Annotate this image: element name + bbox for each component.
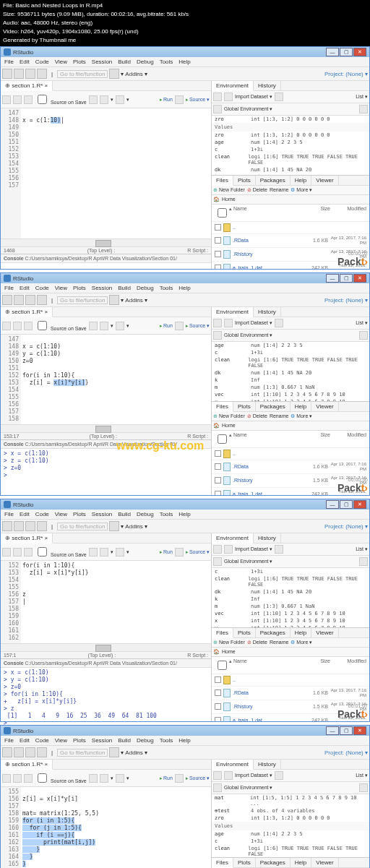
menu-debug[interactable]: Debug (134, 284, 156, 292)
menu-plots[interactable]: Plots (71, 58, 88, 66)
minimize-button[interactable]: — (326, 500, 339, 509)
new-icon[interactable] (2, 69, 12, 79)
select-all-checkbox[interactable] (218, 434, 227, 444)
checkbox[interactable] (215, 450, 221, 457)
env-row[interactable]: c1+3i (212, 568, 369, 575)
book-icon[interactable] (116, 548, 124, 557)
select-all-checkbox[interactable] (218, 208, 227, 218)
file-row[interactable]: .RData1.6 KBApr 13, 2017, 7:16 PM (212, 460, 369, 474)
menu-edit[interactable]: Edit (17, 510, 32, 518)
code-editor[interactable]: 152 153 154 155 156 157 158 159 160 161 … (1, 561, 211, 643)
run-button[interactable]: Run (160, 549, 173, 555)
more-menu[interactable]: ⚙ More ▾ (291, 187, 312, 193)
scope-indicator[interactable]: (Top Level) : (88, 653, 116, 658)
rerun-icon[interactable] (175, 322, 184, 330)
search-icon[interactable] (359, 557, 368, 566)
save-icon[interactable] (25, 69, 35, 79)
run-button[interactable]: Run (160, 97, 173, 103)
print-icon[interactable] (37, 521, 47, 531)
scroll-thumb[interactable] (95, 426, 111, 433)
wand-icon[interactable] (100, 95, 108, 104)
maximize-button[interactable]: ▢ (340, 48, 353, 56)
project-menu[interactable]: Project: (None) ▾ (324, 297, 368, 304)
menu-help[interactable]: Help (176, 736, 192, 744)
title-bar[interactable]: RStudio — ▢ ✕ (1, 47, 369, 57)
checkbox[interactable] (215, 237, 221, 244)
tab-environment[interactable]: Environment (212, 81, 254, 91)
fwd-icon[interactable] (13, 322, 22, 330)
menu-file[interactable]: File (2, 58, 16, 66)
import-dataset-menu[interactable]: Import Dataset ▾ (235, 546, 272, 552)
home-label[interactable]: Home (222, 423, 236, 428)
menu-code[interactable]: Code (33, 736, 51, 744)
env-row[interactable]: matint [1:5, 1:5] 1 2 3 4 5 6 7 8 9 10 .… (212, 794, 369, 807)
env-row[interactable]: dknum [1:4] 1 45 NA 20 (212, 166, 369, 173)
global-env-menu[interactable]: Global Environment ▾ (224, 332, 272, 338)
env-row[interactable]: dknum [1:4] 1 45 NA 20 (212, 369, 369, 377)
search-icon[interactable] (359, 105, 368, 113)
close-button[interactable]: ✕ (353, 274, 366, 283)
code-area[interactable]: x = c(1:10)| (21, 108, 211, 239)
tab-viewer[interactable]: Viewer (311, 628, 338, 637)
load-icon[interactable] (213, 93, 222, 101)
find-icon[interactable] (89, 774, 98, 783)
project-menu[interactable]: Project: (None) ▾ (324, 523, 368, 530)
select-all-checkbox[interactable] (218, 661, 227, 670)
more-menu[interactable]: ⚙ More ▾ (291, 413, 312, 419)
goto-file[interactable]: Go to file/function (57, 523, 108, 530)
env-row[interactable]: ⊕test4 obs. of 4 variables (212, 807, 369, 815)
list-view-menu[interactable]: List ▾ (356, 94, 368, 100)
env-row[interactable]: kInf (212, 173, 369, 175)
global-env-menu[interactable]: Global Environment ▾ (224, 106, 272, 112)
env-row[interactable]: cleanlogi [1:6] TRUE TRUE TRUE FALSE TRU… (212, 356, 369, 369)
title-bar[interactable]: RStudio — ▢ ✕ (1, 499, 369, 510)
env-row[interactable]: agenum [1:4] 2 2 3 5 (212, 830, 369, 838)
menu-session[interactable]: Session (90, 284, 114, 292)
list-view-menu[interactable]: List ▾ (356, 546, 368, 552)
menu-build[interactable]: Build (116, 58, 133, 66)
import-dataset-menu[interactable]: Import Dataset ▾ (235, 94, 272, 100)
file-row-up[interactable]: .. (212, 222, 369, 234)
close-button[interactable]: ✕ (353, 48, 366, 56)
source-button[interactable]: Source ▾ (186, 775, 210, 781)
scope-indicator[interactable]: (Top Level) : (87, 248, 116, 253)
breadcrumb[interactable]: 🏠 Home (212, 648, 369, 657)
tab-history[interactable]: History (254, 533, 281, 543)
tab-help[interactable]: Help (291, 628, 311, 637)
home-icon[interactable]: 🏠 (213, 423, 220, 429)
source-button[interactable]: Source ▾ (186, 549, 210, 555)
menu-debug[interactable]: Debug (134, 736, 156, 744)
code-editor[interactable]: 147 148 149 150 151 152 153 154 155 156 … (1, 335, 211, 424)
save-file-icon[interactable] (24, 774, 33, 783)
col-modified[interactable]: Modified (330, 206, 366, 220)
menu-session[interactable]: Session (90, 510, 114, 518)
env-row[interactable]: cleanlogi [1:6] TRUE TRUE TRUE FALSE TRU… (212, 575, 369, 588)
load-icon[interactable] (213, 771, 222, 780)
checkbox[interactable] (215, 463, 221, 470)
code-editor[interactable]: 147 148 149 150 151 152 153 154 155 156 … (1, 108, 211, 239)
rename-button[interactable]: Rename (270, 187, 288, 192)
menu-build[interactable]: Build (116, 736, 133, 744)
menu-plots[interactable]: Plots (71, 510, 88, 518)
find-icon[interactable] (89, 95, 98, 104)
tab-packages[interactable]: Packages (256, 858, 291, 867)
print-icon[interactable] (37, 747, 47, 757)
back-icon[interactable] (2, 95, 11, 104)
env-row[interactable]: vecint [1:10] 1 2 3 4 5 6 7 8 9 10 (212, 610, 369, 617)
grid-icon[interactable] (109, 747, 119, 757)
source-tab[interactable]: ⊕ section 1.R* × (1, 307, 53, 317)
broom-icon[interactable] (275, 545, 283, 554)
more-menu[interactable]: ⚙ More ▾ (291, 640, 312, 645)
env-row[interactable]: cleanlogi [1:6] TRUE TRUE TRUE FALSE TRU… (212, 153, 369, 166)
scroll-thumb[interactable] (95, 645, 111, 652)
h-scrollbar[interactable] (1, 239, 211, 246)
source-button[interactable]: Source ▾ (186, 97, 210, 103)
save-ws-icon[interactable] (224, 319, 233, 327)
save-ws-icon[interactable] (224, 771, 233, 780)
new-folder-button[interactable]: ⊕ New Folder (213, 640, 245, 645)
breadcrumb[interactable]: 🏠 Home (212, 195, 369, 205)
open-icon[interactable] (14, 521, 24, 531)
menu-edit[interactable]: Edit (17, 284, 32, 292)
tab-packages[interactable]: Packages (256, 628, 291, 637)
env-row[interactable]: agenum [1:4] 2 2 3 5 (212, 342, 369, 349)
